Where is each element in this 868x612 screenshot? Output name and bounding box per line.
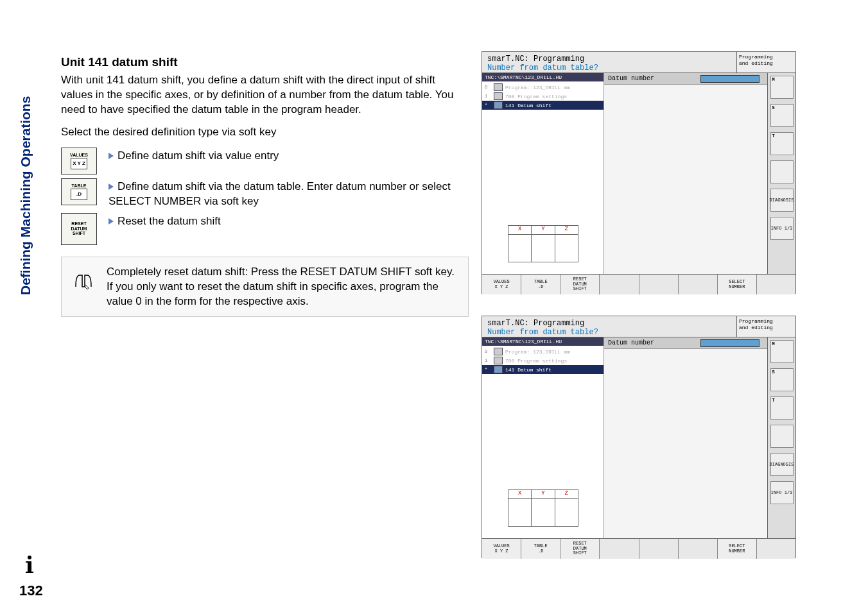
ss-softkey-bar: VALUESX Y Z TABLE.D RESETDATUMSHIFT SELE… [482, 538, 795, 559]
tree-text: 700 Program settings [505, 94, 567, 99]
arrow-icon [108, 183, 114, 190]
ss-softkey-values[interactable]: VALUESX Y Z [482, 539, 521, 559]
sk-label: .D [538, 549, 543, 554]
tree-row-selected[interactable]: *141 Datum shift [482, 365, 603, 374]
btn-label: DIAGNOSIS [770, 462, 794, 467]
ss-left-panel: TNC:\SMARTNC\123_DRILL.HU 0Program: 123_… [482, 73, 604, 274]
ss-softkey-reset[interactable]: RESETDATUMSHIFT [560, 275, 600, 294]
ss-softkey-select-number[interactable]: SELECTNUMBER [718, 275, 757, 294]
right-button-t[interactable]: T [770, 396, 794, 420]
softkey-reset[interactable]: RESET DATUM SHIFT [61, 213, 97, 245]
ss-pathbar: TNC:\SMARTNC\123_DRILL.HU [482, 337, 603, 346]
right-button-m[interactable]: M [770, 76, 794, 99]
ss-softkey-table[interactable]: TABLE.D [521, 539, 560, 559]
ss-mode: Programming and editing [736, 52, 795, 72]
datum-number-input[interactable] [700, 339, 759, 347]
cnc-screenshot-2: smarT.NC: Programming Number from datum … [482, 316, 796, 558]
btn-label: S [772, 370, 775, 375]
ss-mode-line2: and editing [739, 325, 794, 331]
axis-z-header: Z [555, 226, 578, 235]
right-button-diagnosis[interactable]: DIAGNOSIS [770, 453, 794, 476]
ss-title-line1: smarT.NC: Programming [487, 55, 731, 64]
btn-label: M [772, 341, 775, 346]
sk-label: SHIFT [573, 287, 587, 292]
ss-softkey-empty[interactable] [639, 275, 679, 294]
ss-softkey-empty[interactable] [679, 539, 718, 559]
tree-row[interactable]: 1700 Program settings [482, 356, 603, 365]
ss-program-tree: 0Program: 123_DRILL mm 1700 Program sett… [482, 81, 603, 111]
right-button-blank[interactable] [770, 425, 794, 448]
sk-label: NUMBER [729, 285, 745, 290]
tree-text: 141 Datum shift [505, 367, 551, 373]
btn-label: M [772, 77, 775, 82]
tree-idx: * [485, 367, 491, 372]
right-button-info[interactable]: INFO 1/3 [770, 217, 794, 240]
definition-text: Define datum shift via the datum table. … [108, 178, 469, 209]
cnc-screenshot-1: smarT.NC: Programming Number from datum … [482, 51, 796, 294]
softkey-reset-label2: DATUM [71, 226, 87, 232]
ss-right-buttons: M S T DIAGNOSIS INFO 1/3 [767, 73, 795, 274]
right-button-blank[interactable] [770, 160, 794, 183]
right-button-s[interactable]: S [770, 368, 794, 391]
sk-label: NUMBER [729, 549, 745, 554]
right-button-m[interactable]: M [770, 340, 794, 363]
definition-table-text: Define datum shift via the datum table. … [108, 180, 451, 207]
ss-mode-line1: Programming [739, 318, 794, 325]
ss-softkey-empty[interactable] [600, 539, 639, 559]
btn-label: T [772, 133, 775, 139]
tree-idx: * [485, 103, 491, 108]
ss-title-line1: smarT.NC: Programming [487, 319, 731, 328]
right-button-diagnosis[interactable]: DIAGNOSIS [770, 189, 794, 212]
sk-label: .D [538, 285, 543, 290]
ss-mid-panel: Datum number [604, 73, 767, 274]
settings-icon [494, 92, 503, 100]
tree-row[interactable]: 1700 Program settings [482, 92, 603, 101]
definition-text: Reset the datum shift [108, 213, 469, 229]
softkey-values[interactable]: VALUES X Y Z [61, 148, 97, 174]
ss-title: smarT.NC: Programming Number from datum … [482, 316, 736, 337]
ss-mid-panel: Datum number [604, 337, 767, 538]
btn-label: S [772, 105, 775, 110]
ss-right-buttons: M S T DIAGNOSIS INFO 1/3 [767, 337, 795, 538]
sk-label: X Y Z [495, 285, 508, 290]
axis-x-header: X [508, 226, 531, 235]
side-tab: Defining Machining Operations [18, 51, 37, 295]
ss-softkey-empty[interactable] [757, 539, 795, 559]
datum-number-input[interactable] [700, 75, 759, 83]
btn-label: T [772, 398, 775, 403]
definition-row-table: TABLE .D Define datum shift via the datu… [61, 178, 469, 209]
tree-row[interactable]: 0Program: 123_DRILL mm [482, 347, 603, 356]
ss-mode-line2: and editing [739, 60, 794, 67]
right-button-s[interactable]: S [770, 104, 794, 127]
tree-row-selected[interactable]: *141 Datum shift [482, 101, 603, 110]
softkey-table[interactable]: TABLE .D [61, 178, 97, 205]
page-number: 132 [19, 582, 43, 599]
program-icon [494, 83, 503, 91]
tree-row[interactable]: 0Program: 123_DRILL mm [482, 83, 603, 92]
right-button-info[interactable]: INFO 1/3 [770, 481, 794, 504]
ss-softkey-empty[interactable] [639, 539, 679, 559]
tree-idx: 0 [485, 85, 491, 90]
ss-softkey-empty[interactable] [600, 275, 639, 294]
ss-softkey-values[interactable]: VALUESX Y Z [482, 275, 521, 294]
sk-label: X Y Z [495, 549, 508, 554]
note-text: Completely reset datum shift: Press the … [107, 266, 455, 307]
ss-softkey-empty[interactable] [757, 275, 795, 294]
unit-heading: Unit 141 datum shift [61, 55, 469, 69]
btn-label: INFO 1/3 [771, 226, 793, 231]
softkey-table-icon: .D [71, 189, 87, 200]
definition-row-reset: RESET DATUM SHIFT Reset the datum shift [61, 213, 469, 245]
ss-softkey-table[interactable]: TABLE.D [521, 275, 560, 294]
ss-softkey-reset[interactable]: RESETDATUMSHIFT [560, 539, 600, 559]
ss-pathbar: TNC:\SMARTNC\123_DRILL.HU [482, 73, 603, 81]
settings-icon [494, 357, 503, 364]
tree-text: 700 Program settings [505, 358, 567, 364]
datumshift-icon [494, 366, 503, 373]
svg-rect-3 [26, 561, 30, 563]
ss-softkey-empty[interactable] [679, 275, 718, 294]
right-button-t[interactable]: T [770, 132, 794, 155]
ss-softkey-select-number[interactable]: SELECTNUMBER [718, 539, 757, 559]
ss-title-line2: Number from datum table? [487, 328, 731, 337]
ss-mode-line1: Programming [739, 54, 794, 60]
axis-x-header: X [508, 490, 531, 499]
